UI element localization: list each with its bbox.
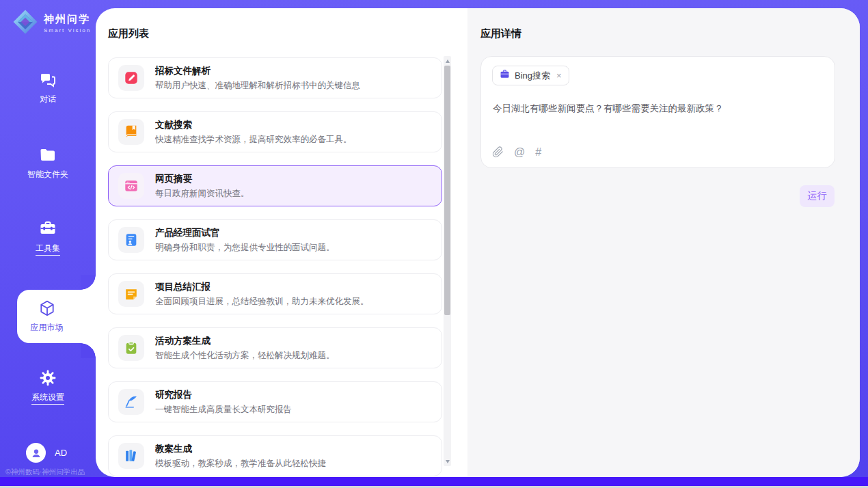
composer-card[interactable]: Bing搜索 × 今日湖北有哪些新闻要点？有哪些需要关注的最新政策？ @#: [480, 56, 835, 168]
folder-icon: [39, 146, 57, 164]
app-card-title: 文献搜索: [155, 119, 352, 131]
report-icon: [118, 389, 144, 415]
app-card-desc: 帮助用户快速、准确地理解和解析招标书中的关键信息: [155, 80, 360, 92]
tool-chip-bing-search[interactable]: Bing搜索 ×: [492, 66, 569, 85]
user-initials: AD: [55, 448, 67, 458]
app-card[interactable]: 产品经理面试官明确身份和职责，为您提供专业性的面试问题。: [108, 219, 442, 260]
app-card[interactable]: 教案生成模板驱动，教案秒成，教学准备从此轻松快捷: [108, 435, 442, 476]
user-avatar-icon: [26, 443, 46, 463]
app-card-title: 网页摘要: [155, 173, 249, 185]
app-card-title: 产品经理面试官: [155, 227, 335, 239]
app-card-title: 项目总结汇报: [155, 281, 369, 293]
app-detail-pane: 应用详情 Bing搜索 × 今日湖北有哪些新闻要点？有哪些需要关注的最新政策？ …: [467, 8, 860, 477]
book-icon: [118, 119, 144, 145]
app-card-desc: 快速精准查找学术资源，提高研究效率的必备工具。: [155, 134, 352, 146]
app-window: 神州问学 Smart Vision 对话智能文件夹工具集应用市场系统设置 AD …: [0, 0, 868, 488]
sidebar-item-label: 系统设置: [31, 392, 64, 405]
brand-diamond-icon: [12, 9, 38, 38]
app-card-desc: 每日政府新闻资讯快查。: [155, 188, 249, 200]
clipboard-check-icon: [118, 335, 144, 361]
paperclip-icon[interactable]: [492, 146, 504, 158]
app-card-title: 活动方案生成: [155, 335, 335, 347]
cube-icon: [38, 299, 56, 317]
app-list: 招标文件解析帮助用户快速、准确地理解和解析招标书中的关键信息文献搜索快速精准查找…: [108, 57, 442, 477]
at-icon[interactable]: @: [514, 147, 525, 158]
toolbox-icon: [39, 220, 57, 238]
sidebar-item-toolkit[interactable]: 工具集: [0, 220, 96, 256]
chat-icon: [39, 71, 57, 89]
app-detail-title: 应用详情: [480, 27, 521, 40]
sidebar-item-settings[interactable]: 系统设置: [0, 369, 96, 405]
app-card[interactable]: 项目总结汇报全面回顾项目进展，总结经验教训，助力未来优化发展。: [108, 273, 442, 314]
sidebar-item-chat[interactable]: 对话: [0, 71, 96, 105]
sidebar-item-label: 智能文件夹: [27, 169, 68, 180]
interview-icon: [118, 227, 144, 253]
app-card[interactable]: 研究报告一键智能生成高质量长文本研究报告: [108, 381, 442, 422]
app-card[interactable]: 文献搜索快速精准查找学术资源，提高研究效率的必备工具。: [108, 111, 442, 152]
app-card-title: 研究报告: [155, 389, 292, 401]
user-row[interactable]: AD: [26, 443, 67, 463]
app-card[interactable]: 网页摘要每日政府新闻资讯快查。: [108, 165, 442, 206]
scrollbar[interactable]: [444, 56, 451, 466]
scroll-down-icon[interactable]: [444, 457, 451, 465]
brand-logo: 神州问学 Smart Vision: [12, 9, 91, 38]
app-card-desc: 模板驱动，教案秒成，教学准备从此轻松快捷: [155, 458, 326, 470]
tool-chip-label: Bing搜索: [515, 70, 550, 82]
scrollbar-thumb[interactable]: [444, 66, 450, 315]
app-card-title: 招标文件解析: [155, 65, 360, 77]
app-card-desc: 全面回顾项目进展，总结经验教训，助力未来优化发展。: [155, 296, 369, 308]
app-card[interactable]: 招标文件解析帮助用户快速、准确地理解和解析招标书中的关键信息: [108, 57, 442, 98]
app-card[interactable]: 活动方案生成智能生成个性化活动方案，轻松解决规划难题。: [108, 327, 442, 368]
browser-code-icon: [118, 173, 144, 199]
main-card: 应用列表 招标文件解析帮助用户快速、准确地理解和解析招标书中的关键信息文献搜索快…: [96, 8, 860, 477]
gear-icon: [39, 369, 57, 387]
app-card-desc: 明确身份和职责，为您提供专业性的面试问题。: [155, 242, 335, 254]
chip-close-icon[interactable]: ×: [556, 70, 562, 81]
app-card-desc: 一键智能生成高质量长文本研究报告: [155, 404, 292, 416]
sidebar-item-app-market[interactable]: 应用市场: [17, 290, 96, 343]
sidebar-item-label: 工具集: [36, 243, 60, 256]
sidebar-item-label: 应用市场: [31, 322, 64, 334]
brand-name: 神州问学: [44, 13, 91, 26]
brand-subtitle: Smart Vision: [44, 27, 91, 33]
briefcase-icon: [500, 69, 510, 82]
hash-icon[interactable]: #: [535, 147, 541, 158]
query-text[interactable]: 今日湖北有哪些新闻要点？有哪些需要关注的最新政策？: [493, 103, 821, 115]
scroll-up-icon[interactable]: [444, 57, 451, 65]
sidebar-item-label: 对话: [40, 94, 56, 105]
sidebar-item-smart-folders[interactable]: 智能文件夹: [0, 146, 96, 180]
note-icon: [118, 281, 144, 307]
footer-bar: [0, 477, 868, 486]
books-icon: [118, 443, 144, 469]
app-card-desc: 智能生成个性化活动方案，轻松解决规划难题。: [155, 350, 335, 362]
app-list-title: 应用列表: [108, 27, 149, 40]
run-button[interactable]: 运行: [800, 185, 835, 207]
copyright: ©神州数码·神州问学出品: [5, 467, 85, 477]
composer-toolbar: @#: [492, 146, 541, 158]
app-card-title: 教案生成: [155, 443, 326, 455]
edit-icon: [118, 65, 144, 91]
